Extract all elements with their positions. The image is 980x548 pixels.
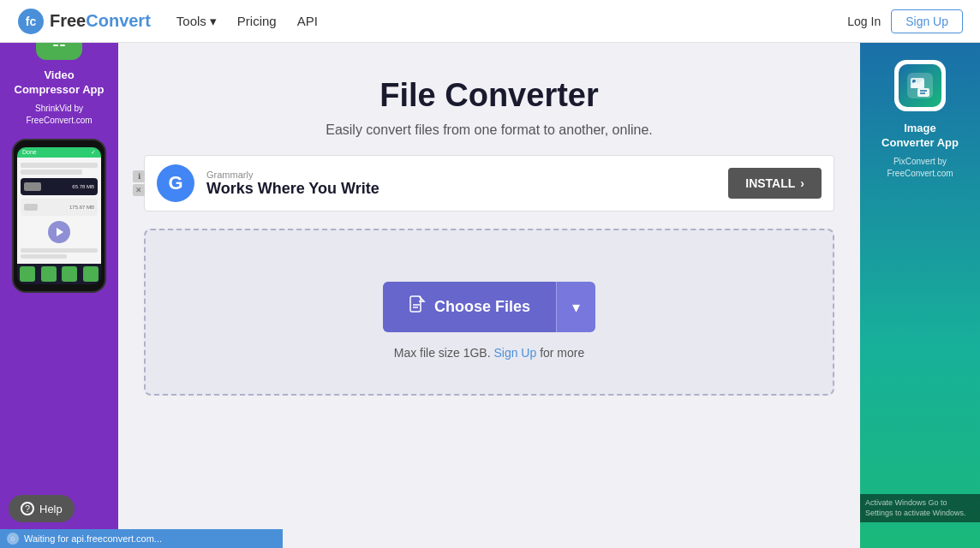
svg-text:fc: fc	[26, 15, 37, 28]
left-ad-brand: ShrinkVid byFreeConvert.com	[26, 103, 92, 127]
ad-info-icon[interactable]: ℹ	[133, 170, 145, 182]
logo-icon: fc	[17, 8, 45, 35]
svg-rect-7	[410, 296, 421, 312]
phone-done-bar: Done✓	[17, 147, 101, 158]
upload-area: Choose Files ▾ Max file size 1GB. Sign U…	[144, 229, 834, 396]
page-title: File Converter	[144, 77, 834, 114]
header-right: Log In Sign Up	[847, 9, 963, 33]
status-text: Waiting for api.freeconvert.com...	[24, 533, 162, 544]
right-sidebar-ad[interactable]: ImageConverter App PixConvert byFreeConv…	[860, 43, 980, 548]
ad-arrow-icon: ›	[800, 176, 804, 190]
help-icon: ?	[21, 502, 34, 515]
svg-rect-13	[917, 88, 929, 97]
ad-icons: ℹ ✕	[133, 170, 145, 196]
file-icon	[409, 295, 426, 319]
left-sidebar-ad[interactable]: VideoCompressor App ShrinkVid byFreeConv…	[0, 0, 118, 548]
login-button[interactable]: Log In	[847, 15, 881, 28]
page-subtitle: Easily convert files from one format to …	[144, 122, 834, 138]
nav-tools[interactable]: Tools ▾	[176, 14, 217, 29]
logo-text: FreeConvert	[50, 11, 151, 31]
svg-rect-6	[60, 45, 65, 46]
status-bar: ○ Waiting for api.freeconvert.com...	[0, 529, 283, 548]
right-ad-app-icon	[894, 60, 946, 111]
center-content: File Converter Easily convert files from…	[118, 43, 860, 548]
left-ad-title: VideoCompressor App	[15, 68, 105, 98]
chevron-down-icon: ▾	[210, 14, 217, 29]
phone-bottom-bar	[17, 264, 101, 284]
signup-link[interactable]: Sign Up	[493, 346, 536, 360]
ad-close-icon[interactable]: ✕	[133, 184, 145, 196]
signup-button[interactable]: Sign Up	[891, 9, 963, 33]
ad-source: Grammarly	[206, 170, 728, 180]
activate-windows-overlay: Activate Windows Go to Settings to activ…	[860, 494, 980, 522]
ad-headline: Works Where You Write	[206, 180, 728, 198]
logo[interactable]: fc FreeConvert	[17, 8, 151, 35]
left-ad-phone: Done✓ 65.78 MB 175.67 MB	[12, 139, 106, 293]
upload-hint: Max file size 1GB. Sign Up for more	[394, 346, 585, 360]
right-ad-brand: PixConvert byFreeConvert.com	[887, 156, 953, 180]
right-ad-title: ImageConverter App	[881, 122, 959, 151]
chevron-down-icon: ▾	[572, 298, 580, 317]
nav-api[interactable]: API	[297, 14, 318, 28]
image-convert-icon	[907, 73, 933, 98]
choose-files-row: Choose Files ▾	[383, 282, 595, 332]
ad-install-button[interactable]: INSTALL ›	[728, 168, 822, 199]
status-icon: ○	[7, 533, 19, 545]
ad-banner: ℹ ✕ G Grammarly Works Where You Write IN…	[144, 155, 834, 211]
choose-files-button[interactable]: Choose Files	[383, 282, 556, 332]
header: fc FreeConvert Tools ▾ Pricing API Log I…	[0, 0, 980, 43]
nav-pricing[interactable]: Pricing	[237, 14, 277, 28]
grammarly-logo: G	[157, 164, 194, 202]
main-layout: VideoCompressor App ShrinkVid byFreeConv…	[0, 43, 980, 548]
help-button[interactable]: ? Help	[9, 495, 75, 522]
ad-text: Grammarly Works Where You Write	[206, 170, 728, 198]
choose-files-dropdown[interactable]: ▾	[556, 282, 595, 332]
main-nav: Tools ▾ Pricing API	[176, 14, 847, 29]
svg-rect-5	[53, 45, 58, 46]
